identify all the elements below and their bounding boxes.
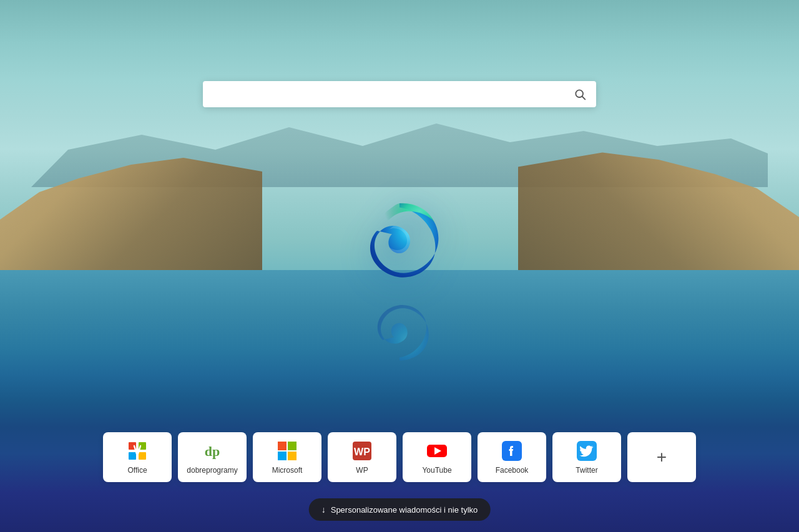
- edge-logo-reflection: [356, 293, 443, 368]
- dobreprogramy-label: dobreprogramy: [187, 466, 237, 475]
- down-arrow-icon: ↓: [321, 505, 326, 515]
- add-site-button[interactable]: +: [627, 432, 696, 482]
- search-container: [203, 81, 596, 107]
- youtube-icon: [426, 440, 448, 462]
- wp-icon: WP: [351, 440, 373, 462]
- bottom-bar-text: Spersonalizowane wiadomości i nie tylko: [331, 505, 478, 515]
- office-label: Office: [127, 466, 147, 475]
- dp-icon: dp: [201, 440, 223, 462]
- bottom-bar[interactable]: ↓ Spersonalizowane wiadomości i nie tylk…: [309, 498, 491, 521]
- svg-line-1: [582, 97, 586, 100]
- facebook-label: Facebook: [496, 466, 529, 475]
- quick-link-office[interactable]: Office: [103, 432, 172, 482]
- svg-rect-11: [288, 452, 297, 460]
- svg-rect-8: [278, 442, 287, 450]
- quick-link-wp[interactable]: WP WP: [328, 432, 396, 482]
- office-icon: [126, 440, 149, 462]
- youtube-label: YouTube: [422, 466, 451, 475]
- microsoft-icon: [276, 440, 298, 462]
- facebook-icon: [501, 440, 523, 462]
- edge-logo: [350, 193, 449, 293]
- twitter-label: Twitter: [576, 466, 597, 475]
- search-button[interactable]: [564, 82, 596, 107]
- quick-link-microsoft[interactable]: Microsoft: [253, 432, 321, 482]
- wp-label: WP: [356, 466, 368, 475]
- quick-link-youtube[interactable]: YouTube: [403, 432, 471, 482]
- svg-rect-9: [288, 442, 297, 450]
- quick-link-facebook[interactable]: Facebook: [478, 432, 546, 482]
- quick-links: Office dp dobreprogramy Microsoft WP: [103, 432, 696, 482]
- quick-link-twitter[interactable]: Twitter: [552, 432, 621, 482]
- twitter-icon: [576, 440, 598, 462]
- add-icon: +: [657, 448, 667, 466]
- search-input[interactable]: [203, 81, 564, 107]
- microsoft-label: Microsoft: [272, 466, 303, 475]
- quick-link-dobreprogramy[interactable]: dp dobreprogramy: [178, 432, 247, 482]
- svg-text:WP: WP: [354, 447, 370, 457]
- search-bar: [203, 81, 596, 107]
- svg-rect-10: [278, 452, 287, 460]
- svg-text:dp: dp: [205, 443, 220, 459]
